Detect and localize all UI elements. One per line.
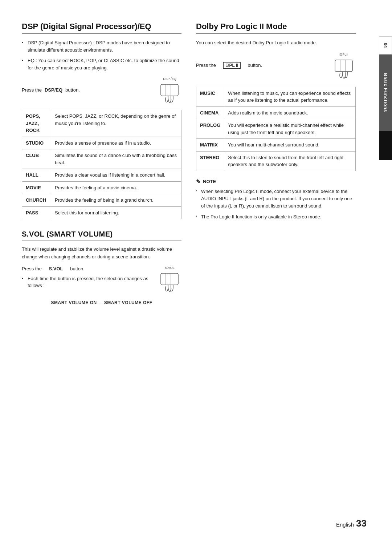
svol-bullet-list: Each time the button is pressed, the sel… (22, 275, 158, 289)
note-item-2: The Pro Logic II function is only availa… (196, 213, 356, 221)
dsp-table-value: Select POPS, JAZZ, or ROCK, depending on… (51, 110, 181, 137)
svol-press-suffix: button. (70, 266, 85, 271)
dolby-table-value: Adds realism to the movie soundtrack. (224, 106, 356, 119)
note-item-1: When selecting Pro Logic II mode, connec… (196, 188, 356, 210)
svg-rect-6 (335, 60, 352, 72)
dolby-pl-icon: ⊡ (225, 63, 229, 68)
dsp-table-row: POPS,JAZZ,ROCKSelect POPS, JAZZ, or ROCK… (22, 110, 181, 137)
svol-button-label: S.VOL (158, 266, 181, 270)
dolby-title: Dolby Pro Logic II Mode (196, 22, 356, 34)
svg-rect-0 (161, 84, 178, 96)
dsp-press-suffix: button. (65, 87, 80, 93)
svol-title: S.VOL (SMART VOLUME) (22, 230, 181, 241)
svg-rect-3 (161, 273, 178, 285)
dsp-bullet-2: EQ : You can select ROCK, POP, or CLASSI… (22, 57, 181, 71)
dolby-table-value: Select this to listen to sound from the … (224, 151, 356, 171)
dsp-title: DSP (Digital Signal Processor)/EQ (22, 22, 181, 34)
dolby-press-line: Press the ⊡ PL II button. (196, 62, 262, 69)
page-number: 33 (356, 518, 367, 529)
dolby-table-row: STEREOSelect this to listen to sound fro… (196, 151, 356, 171)
dsp-table-value: Provides the feeling of a movie cinema. (51, 181, 181, 194)
note-section: ✎ NOTE When selecting Pro Logic II mode,… (196, 178, 356, 221)
note-label: NOTE (203, 179, 216, 184)
main-content: DSP (Digital Signal Processor)/EQ DSP (D… (22, 22, 370, 305)
svol-section: S.VOL (SMART VOLUME) This will regulate … (22, 230, 181, 305)
svol-hand-icon-wrap: S.VOL (158, 266, 181, 295)
dolby-press-label: Press the (196, 63, 216, 68)
page-lang: English (336, 521, 354, 528)
dolby-press-suffix: button. (248, 63, 262, 68)
dolby-button-label: ⊡PLII (332, 53, 356, 56)
dsp-table-value: Select this for normal listening. (51, 206, 181, 219)
dolby-table-value: You will experience a realistic multi-ch… (224, 119, 356, 139)
svol-press-row: Press the S.VOL button. Each time the bu… (22, 266, 181, 295)
svol-hand-icon (158, 270, 181, 294)
left-column: DSP (Digital Signal Processor)/EQ DSP (D… (22, 22, 181, 305)
dsp-button-label: DSP /EQ (158, 77, 181, 81)
dsp-table-value: Provides a clear vocal as if listening i… (51, 169, 181, 182)
right-column: Dolby Pro Logic II Mode You can select t… (196, 22, 370, 305)
dsp-hand-icon-wrap: DSP /EQ (158, 77, 181, 106)
dsp-table-value: Provides a sense of presence as if in a … (51, 137, 181, 149)
dolby-table-row: PROLOGYou will experience a realistic mu… (196, 119, 356, 139)
page-container: DSP (Digital Signal Processor)/EQ DSP (D… (0, 0, 392, 540)
svol-bullet-1: Each time the button is pressed, the sel… (22, 275, 158, 289)
dolby-table-key: MUSIC (196, 87, 224, 106)
dolby-table: MUSICWhen listening to music, you can ex… (196, 87, 356, 171)
dsp-table-key: MOVIE (22, 181, 51, 194)
dolby-section: Dolby Pro Logic II Mode You can select t… (196, 22, 356, 221)
dsp-table-row: STUDIOProvides a sense of presence as if… (22, 137, 181, 149)
dsp-bullet-list: DSP (Digital Signal Processor) : DSP mod… (22, 39, 181, 71)
smart-volume-flow: SMART VOLUME ON → SMART VOLUME OFF (22, 300, 181, 305)
dsp-table-key: CLUB (22, 149, 51, 169)
dsp-press-button: DSP/EQ (45, 87, 62, 93)
dsp-table-key: HALL (22, 169, 51, 182)
dolby-table-value: You will hear multi-channel surround sou… (224, 139, 356, 152)
dolby-table-key: STEREO (196, 151, 224, 171)
svol-press-line: Press the S.VOL button. (22, 266, 158, 271)
dolby-table-row: MATRIXYou will hear multi-channel surrou… (196, 139, 356, 152)
dsp-table-row: HALLProvides a clear vocal as if listeni… (22, 169, 181, 182)
dsp-bullet-1: DSP (Digital Signal Processor) : DSP mod… (22, 39, 181, 53)
dolby-hand-icon (332, 57, 356, 81)
note-icon: ✎ (196, 178, 201, 185)
svol-press-label: Press the (22, 266, 42, 271)
dolby-table-key: CINEMA (196, 106, 224, 119)
note-list: When selecting Pro Logic II mode, connec… (196, 188, 356, 221)
dsp-section: DSP (Digital Signal Processor)/EQ DSP (D… (22, 22, 181, 219)
page-footer: English 33 (336, 518, 367, 529)
dolby-table-key: MATRIX (196, 139, 224, 152)
dsp-table-value: Provides the feeling of being in a grand… (51, 194, 181, 207)
dsp-table-key: POPS,JAZZ,ROCK (22, 110, 51, 137)
svol-press-block: Press the S.VOL button. Each time the bu… (22, 266, 158, 291)
dolby-table-row: CINEMAAdds realism to the movie soundtra… (196, 106, 356, 119)
dolby-pl-label: PL II (229, 63, 238, 68)
dsp-hand-icon (158, 81, 181, 105)
dsp-table-row: PASSSelect this for normal listening. (22, 206, 181, 219)
svol-desc: This will regulate and stabilize the vol… (22, 246, 181, 261)
dsp-table-key: CHURCH (22, 194, 51, 207)
dolby-table-row: MUSICWhen listening to music, you can ex… (196, 87, 356, 106)
dolby-press-row: Press the ⊡ PL II button. ⊡PLII (196, 53, 356, 82)
dolby-table-value: When listening to music, you can experie… (224, 87, 356, 106)
dsp-table-key: STUDIO (22, 137, 51, 149)
dsp-table-row: MOVIEProvides the feeling of a movie cin… (22, 181, 181, 194)
dolby-hand-icon-wrap: ⊡PLII (332, 53, 356, 82)
dsp-press-label: Press the (22, 87, 42, 93)
dsp-table-value: Simulates the sound of a dance club with… (51, 149, 181, 169)
note-header: ✎ NOTE (196, 178, 356, 185)
dsp-table-key: PASS (22, 206, 51, 219)
dsp-table-row: CHURCHProvides the feeling of being in a… (22, 194, 181, 207)
dolby-desc: You can select the desired Dolby Pro Log… (196, 39, 356, 47)
dolby-table-key: PROLOG (196, 119, 224, 139)
dolby-pl-button: ⊡ PL II (223, 62, 241, 69)
svol-press-button: S.VOL (49, 266, 63, 271)
dsp-table-row: CLUBSimulates the sound of a dance club … (22, 149, 181, 169)
dsp-table: POPS,JAZZ,ROCKSelect POPS, JAZZ, or ROCK… (22, 110, 181, 219)
dsp-press-line: Press the DSP/EQ button. (22, 87, 80, 93)
